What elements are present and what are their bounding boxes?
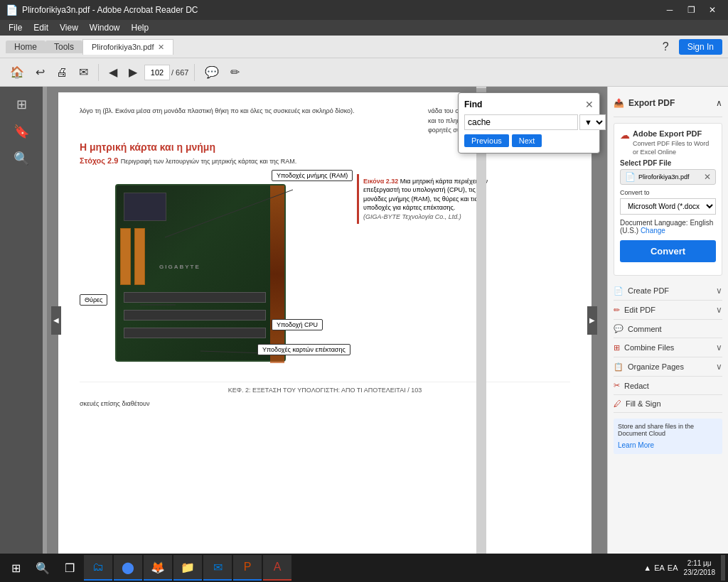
- right-scrollbar[interactable]: [476, 87, 486, 554]
- pdf-page: λόγο τη (βλ. Εικόνα μέσα στη μονάδα πλασ…: [58, 92, 592, 554]
- adobe-section: ☁ Adobe Export PDF Convert PDF Files to …: [614, 123, 722, 276]
- title-bar-controls: ─ ❐ ✕: [660, 0, 722, 20]
- menu-window[interactable]: Window: [84, 21, 126, 34]
- tab-close-icon[interactable]: ✕: [158, 43, 164, 52]
- left-nav: ⊞ 🔖 🔍: [0, 87, 43, 554]
- comment-row[interactable]: 💬 Comment: [614, 320, 722, 338]
- search-icon: 🔍: [3, 151, 40, 166]
- callout-thires: Θύρες: [80, 294, 107, 306]
- tab-tools[interactable]: Tools: [46, 41, 82, 53]
- title-bar: 📄 Pliroforikiya3n.pdf - Adobe Acrobat Re…: [0, 0, 728, 20]
- taskbar-acrobat[interactable]: A: [263, 555, 291, 581]
- change-lang-link[interactable]: Change: [641, 227, 665, 235]
- taskbar-left: ⊞ 🔍 ❒ 🗂 ⬤ 🦊 📁 ✉ P A: [3, 555, 291, 581]
- pdf-file-icon: 📄: [625, 172, 636, 182]
- comment-btn[interactable]: 💬: [200, 63, 223, 82]
- pen-btn[interactable]: ✏: [226, 63, 244, 82]
- nav-bookmarks[interactable]: 🔖: [0, 119, 43, 144]
- time-display: 2:11 μμ: [684, 559, 716, 568]
- find-next-button[interactable]: Next: [512, 134, 542, 147]
- taskbar-powerpoint[interactable]: P: [233, 555, 262, 581]
- page-nav: 102 / 667: [144, 65, 188, 80]
- fill-sign-label: 🖊 Fill & Sign: [614, 399, 661, 408]
- tab-pdf-label: Pliroforikiya3n.pdf: [92, 43, 154, 51]
- fill-sign-icon: 🖊: [614, 399, 621, 408]
- figure-label: Εικόνα 2.32: [363, 178, 398, 185]
- menu-help[interactable]: Help: [126, 21, 155, 34]
- help-button[interactable]: ?: [658, 38, 673, 56]
- back-btn[interactable]: ↩: [31, 63, 49, 82]
- callout-cpu: Υποδοχή CPU: [272, 319, 323, 330]
- taskbar-chrome[interactable]: ⬤: [114, 555, 142, 581]
- windows-icon: ⊞: [11, 561, 21, 575]
- redact-row[interactable]: ✂ Redact: [614, 377, 722, 395]
- chevron-up-icon[interactable]: ▲: [643, 564, 651, 572]
- print-btn[interactable]: 🖨: [52, 63, 72, 82]
- find-input[interactable]: [464, 114, 578, 130]
- pcb-ram-slot-2: [134, 228, 145, 285]
- search-button[interactable]: 🔍: [30, 555, 55, 581]
- fill-sign-row[interactable]: 🖊 Fill & Sign: [614, 395, 722, 413]
- taskbar-email[interactable]: ✉: [203, 555, 232, 581]
- thumbnail-icon: ⊞: [3, 97, 40, 112]
- export-section: 📤 Export PDF ∧: [614, 94, 722, 117]
- title-bar-left: 📄 Pliroforikiya3n.pdf - Adobe Acrobat Re…: [6, 4, 198, 16]
- show-desktop-btn[interactable]: [721, 555, 725, 581]
- file-name: Pliroforikiya3n.pdf: [638, 173, 690, 180]
- back-arrow-icon: ↩: [36, 65, 45, 79]
- store-text: Store and share files in the Document Cl…: [618, 423, 718, 437]
- find-previous-button[interactable]: Previous: [464, 134, 509, 147]
- email-btn[interactable]: ✉: [75, 63, 92, 82]
- clock[interactable]: 2:11 μμ 23/2/2018: [681, 559, 719, 577]
- file-chip-close-btn[interactable]: ✕: [704, 172, 711, 182]
- tab-home[interactable]: Home: [6, 41, 46, 53]
- page-number-input[interactable]: 102: [144, 65, 170, 80]
- find-close-button[interactable]: ✕: [585, 99, 594, 110]
- menu-view[interactable]: View: [54, 21, 84, 34]
- combine-files-label: ⊞ Combine Files: [614, 343, 674, 352]
- maximize-button[interactable]: ❐: [681, 0, 701, 20]
- sign-in-button[interactable]: Sign In: [679, 39, 722, 55]
- find-title-bar: Find ✕: [464, 99, 594, 110]
- menu-edit[interactable]: Edit: [28, 21, 54, 34]
- convert-button[interactable]: Convert: [620, 240, 716, 262]
- taskbar: ⊞ 🔍 ❒ 🗂 ⬤ 🦊 📁 ✉ P A ▲: [0, 554, 728, 582]
- pcb-accent: [270, 185, 284, 363]
- cursor-tool-btn[interactable]: 🏠: [6, 63, 28, 82]
- task-view-button[interactable]: ❒: [57, 555, 82, 581]
- export-collapse-btn[interactable]: ∧: [716, 98, 722, 108]
- create-pdf-row[interactable]: 📄 Create PDF ∨: [614, 281, 722, 301]
- taskbar-folder[interactable]: 📁: [173, 555, 202, 581]
- minimize-button[interactable]: ─: [660, 0, 680, 20]
- learn-more-link[interactable]: Learn More: [618, 441, 654, 449]
- left-scroll[interactable]: [43, 87, 47, 554]
- tab-pdf[interactable]: Pliroforikiya3n.pdf ✕: [82, 39, 173, 55]
- combine-files-row[interactable]: ⊞ Combine Files ∨: [614, 338, 722, 357]
- next-page-btn[interactable]: ▶: [124, 63, 141, 82]
- prev-page-btn[interactable]: ◀: [105, 63, 122, 82]
- edit-pdf-row[interactable]: ✏ Edit PDF ∨: [614, 301, 722, 320]
- organize-pages-row[interactable]: 📋 Organize Pages ∨: [614, 357, 722, 377]
- taskbar-explorer[interactable]: 🗂: [84, 555, 112, 581]
- adobe-export-desc: Convert PDF Files to Word or Excel Onlin…: [633, 140, 716, 156]
- pen-icon: ✏: [230, 65, 240, 79]
- home-icon: 🏠: [10, 65, 24, 79]
- question-icon: ?: [663, 41, 669, 53]
- nav-thumbnails[interactable]: ⊞: [0, 92, 43, 117]
- close-button[interactable]: ✕: [702, 0, 722, 20]
- start-button[interactable]: ⊞: [3, 555, 28, 581]
- find-options-dropdown[interactable]: ▼: [579, 114, 606, 130]
- pdf-intro-left: λόγο τη (βλ. Εικόνα μέσα στη μονάδα πλασ…: [80, 107, 422, 136]
- left-expand-btn[interactable]: ◀: [51, 306, 61, 335]
- explorer-icon: 🗂: [92, 561, 104, 573]
- pcb-pci-slot-3: [124, 328, 266, 338]
- nav-search[interactable]: 🔍: [0, 146, 43, 171]
- create-pdf-label: 📄 Create PDF: [614, 286, 669, 296]
- comment-icon: 💬: [614, 324, 623, 333]
- right-expand-btn[interactable]: ▶: [587, 306, 597, 335]
- taskbar-firefox[interactable]: 🦊: [144, 555, 172, 581]
- window-title: Pliroforikiya3n.pdf - Adobe Acrobat Read…: [22, 5, 198, 15]
- convert-to-dropdown[interactable]: Microsoft Word (*.docx): [620, 198, 716, 215]
- menu-file[interactable]: File: [3, 21, 28, 34]
- toolbar-divider-1: [98, 64, 99, 81]
